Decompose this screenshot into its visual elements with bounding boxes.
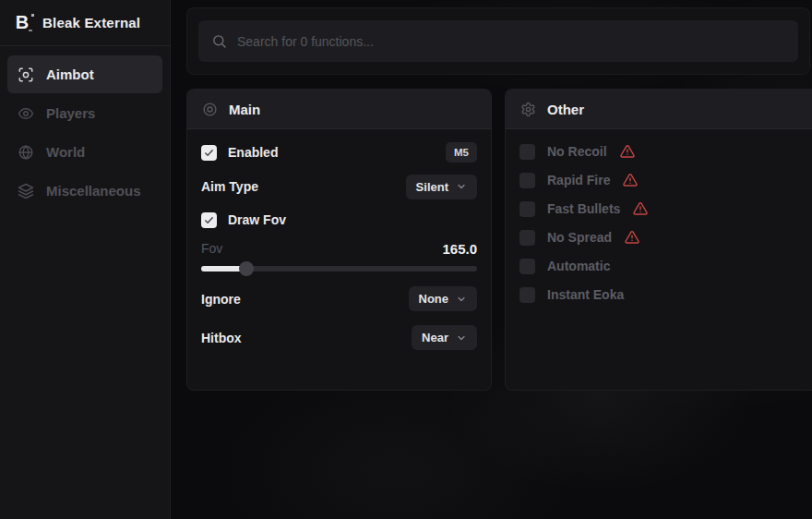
sidebar: B Bleak External Aimbot Players bbox=[0, 0, 171, 519]
automatic-checkbox[interactable] bbox=[519, 259, 535, 274]
main-panel-header: Main bbox=[187, 90, 491, 129]
keybind-button[interactable]: M5 bbox=[446, 142, 477, 163]
hitbox-row: Hitbox Near bbox=[201, 325, 477, 350]
sidebar-nav: Aimbot Players World bbox=[0, 46, 170, 220]
other-row-instant-eoka: Instant Eoka bbox=[519, 284, 804, 305]
other-row-no-recoil: No Recoil bbox=[519, 141, 804, 162]
draw-fov-row: Draw Fov bbox=[201, 211, 477, 228]
sidebar-item-label: Miscellaneous bbox=[46, 183, 141, 199]
hitbox-value: Near bbox=[422, 331, 448, 344]
check-icon bbox=[204, 215, 214, 225]
sidebar-item-world[interactable]: World bbox=[7, 133, 162, 171]
eye-icon bbox=[18, 105, 34, 122]
fov-value: 165.0 bbox=[442, 241, 477, 257]
ignore-dropdown[interactable]: None bbox=[409, 286, 478, 311]
ignore-label: Ignore bbox=[201, 292, 241, 307]
disc-target-icon bbox=[202, 102, 218, 117]
aim-type-row: Aim Type Silent bbox=[201, 175, 477, 199]
sidebar-header: B Bleak External bbox=[0, 0, 170, 46]
enabled-checkbox[interactable] bbox=[201, 145, 217, 161]
other-panel-body: No Recoil Rapid Fire Fast Bullets bbox=[506, 129, 812, 325]
fov-slider[interactable] bbox=[201, 266, 477, 272]
search-icon bbox=[211, 33, 227, 49]
automatic-label: Automatic bbox=[547, 259, 610, 273]
other-panel-title: Other bbox=[547, 102, 584, 117]
no-spread-checkbox[interactable] bbox=[519, 230, 535, 246]
ignore-value: None bbox=[419, 292, 449, 306]
check-icon bbox=[204, 148, 214, 158]
main-panel-body: Enabled M5 Aim Type Silent Draw Fov Fov … bbox=[187, 129, 491, 362]
fov-slider-thumb[interactable] bbox=[239, 261, 254, 276]
fov-row: Fov 165.0 bbox=[201, 240, 477, 257]
other-panel-header: Other bbox=[506, 90, 812, 129]
search-panel bbox=[186, 7, 810, 75]
aim-type-label: Aim Type bbox=[201, 179, 258, 194]
rapid-fire-checkbox[interactable] bbox=[519, 173, 535, 188]
globe-icon bbox=[18, 144, 34, 161]
other-panel: Other No Recoil Rapid Fire Fast B bbox=[505, 89, 812, 391]
main-panel: Main Enabled M5 Aim Type Silent bbox=[186, 89, 492, 391]
rapid-fire-label: Rapid Fire bbox=[547, 173, 610, 187]
other-row-automatic: Automatic bbox=[519, 256, 804, 276]
chevron-down-icon bbox=[456, 332, 467, 344]
search-box bbox=[198, 20, 798, 62]
sidebar-item-label: World bbox=[46, 144, 85, 160]
hitbox-label: Hitbox bbox=[201, 331, 242, 345]
app-title: Bleak External bbox=[42, 15, 140, 30]
warning-icon bbox=[620, 144, 635, 159]
logo-letter: B bbox=[16, 12, 29, 33]
no-spread-label: No Spread bbox=[547, 230, 612, 245]
focus-crosshair-icon bbox=[18, 66, 34, 83]
aim-type-value: Silent bbox=[416, 180, 448, 194]
instant-eoka-label: Instant Eoka bbox=[547, 287, 624, 302]
main-panel-title: Main bbox=[229, 102, 260, 117]
sidebar-item-miscellaneous[interactable]: Miscellaneous bbox=[7, 172, 162, 210]
other-row-rapid-fire: Rapid Fire bbox=[519, 170, 804, 190]
fast-bullets-checkbox[interactable] bbox=[519, 201, 535, 217]
sidebar-item-aimbot[interactable]: Aimbot bbox=[7, 55, 162, 93]
draw-fov-label: Draw Fov bbox=[228, 212, 286, 227]
other-row-fast-bullets: Fast Bullets bbox=[519, 199, 804, 219]
enabled-label: Enabled bbox=[228, 145, 278, 160]
other-row-no-spread: No Spread bbox=[519, 227, 804, 247]
no-recoil-checkbox[interactable] bbox=[519, 144, 535, 160]
draw-fov-checkbox[interactable] bbox=[201, 212, 217, 228]
app-logo-icon: B bbox=[11, 11, 33, 35]
chevron-down-icon bbox=[456, 181, 467, 192]
warning-icon bbox=[625, 230, 639, 245]
ignore-row: Ignore None bbox=[201, 286, 477, 311]
gear-icon bbox=[520, 102, 536, 117]
enabled-row: Enabled M5 bbox=[201, 141, 477, 163]
warning-icon bbox=[623, 173, 638, 187]
search-input[interactable] bbox=[237, 34, 785, 49]
aim-type-dropdown[interactable]: Silent bbox=[406, 175, 477, 199]
no-recoil-label: No Recoil bbox=[547, 144, 607, 159]
sidebar-item-label: Aimbot bbox=[46, 66, 94, 82]
fast-bullets-label: Fast Bullets bbox=[547, 201, 620, 216]
fov-label: Fov bbox=[201, 241, 222, 256]
layers-icon bbox=[18, 183, 34, 199]
warning-icon bbox=[633, 201, 648, 216]
sidebar-item-label: Players bbox=[46, 105, 95, 121]
hitbox-dropdown[interactable]: Near bbox=[412, 325, 477, 350]
chevron-down-icon bbox=[456, 294, 467, 305]
sidebar-item-players[interactable]: Players bbox=[7, 94, 162, 132]
instant-eoka-checkbox[interactable] bbox=[519, 287, 535, 303]
